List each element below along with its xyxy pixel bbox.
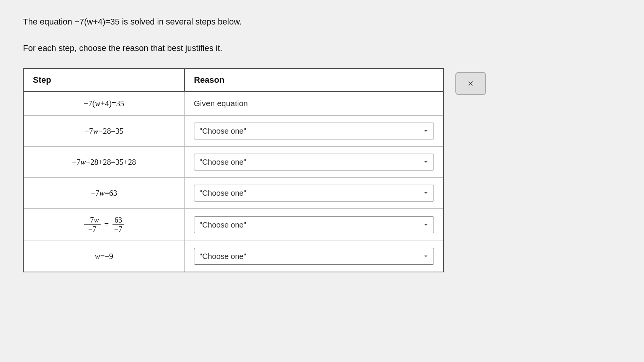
- reason-cell-4: "Choose one" Given equation Addition Pro…: [184, 178, 443, 209]
- table-row: −7w−28=35 "Choose one" Given equation Ad…: [24, 116, 443, 147]
- table-row: −7w=63 "Choose one" Given equation Addit…: [24, 178, 443, 209]
- step-cell-3: −7w−28+28=35+28: [24, 147, 184, 178]
- reason-cell-2: "Choose one" Given equation Addition Pro…: [184, 116, 443, 147]
- fraction-step: −7w −7 = 63 −7: [33, 216, 175, 234]
- reason-cell-5: "Choose one" Given equation Addition Pro…: [184, 209, 443, 241]
- main-layout: Step Reason −7(w+4)=35 Given equation: [23, 68, 621, 272]
- reason-select-5[interactable]: "Choose one" Given equation Addition Pro…: [194, 216, 434, 233]
- intro-block: The equation −7(w+4)=35 is solved in sev…: [23, 15, 621, 54]
- close-icon: ×: [468, 77, 474, 90]
- step-equation-3: −7w−28+28=35+28: [72, 157, 136, 167]
- step-cell-6: w=−9: [24, 241, 184, 272]
- equation-table: Step Reason −7(w+4)=35 Given equation: [24, 69, 443, 272]
- step-equation-4: −7w=63: [91, 188, 117, 198]
- reason-select-4[interactable]: "Choose one" Given equation Addition Pro…: [194, 185, 434, 201]
- intro-line2: For each step, choose the reason that be…: [23, 42, 621, 54]
- intro-line1: The equation −7(w+4)=35 is solved in sev…: [23, 15, 621, 28]
- table-row: w=−9 "Choose one" Given equation Additio…: [24, 241, 443, 272]
- reason-select-6[interactable]: "Choose one" Given equation Addition Pro…: [194, 248, 434, 265]
- table-header-row: Step Reason: [24, 69, 443, 92]
- equals-sign: =: [104, 220, 109, 229]
- reason-cell-6: "Choose one" Given equation Addition Pro…: [184, 241, 443, 272]
- fraction-numerator-right: 63: [112, 216, 124, 225]
- table-row: −7w −7 = 63 −7 "Choose one": [24, 209, 443, 241]
- step-cell-5: −7w −7 = 63 −7: [24, 209, 184, 241]
- close-button[interactable]: ×: [455, 72, 486, 95]
- step-equation-6: w=−9: [95, 252, 113, 261]
- step-cell-1: −7(w+4)=35: [24, 92, 184, 116]
- step-cell-2: −7w−28=35: [24, 116, 184, 147]
- step-equation-1: −7(w+4)=35: [84, 99, 124, 108]
- reason-cell-3: "Choose one" Given equation Addition Pro…: [184, 147, 443, 178]
- fraction-denominator-right: −7: [112, 225, 124, 234]
- fraction-left: −7w −7: [84, 216, 101, 234]
- given-equation-label: Given equation: [194, 99, 248, 108]
- close-button-container: ×: [455, 72, 486, 95]
- fraction-right: 63 −7: [112, 216, 124, 234]
- fraction-numerator-left: −7w: [84, 216, 101, 225]
- reason-header: Reason: [184, 69, 443, 92]
- reason-select-3[interactable]: "Choose one" Given equation Addition Pro…: [194, 154, 434, 170]
- step-cell-4: −7w=63: [24, 178, 184, 209]
- reason-select-2[interactable]: "Choose one" Given equation Addition Pro…: [194, 123, 434, 139]
- step-equation-2: −7w−28=35: [85, 126, 124, 136]
- reason-cell-1: Given equation: [184, 92, 443, 116]
- fraction-denominator-left: −7: [84, 225, 101, 234]
- table-row: −7w−28+28=35+28 "Choose one" Given equat…: [24, 147, 443, 178]
- table-row: −7(w+4)=35 Given equation: [24, 92, 443, 116]
- equation-table-container: Step Reason −7(w+4)=35 Given equation: [23, 68, 444, 272]
- step-header: Step: [24, 69, 184, 92]
